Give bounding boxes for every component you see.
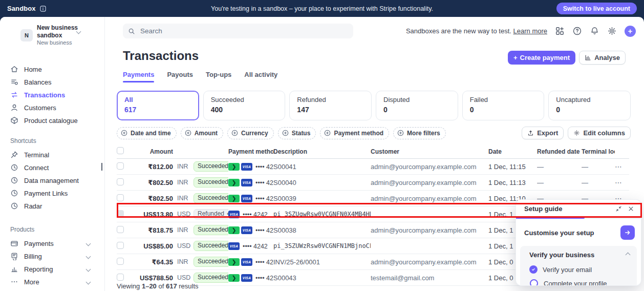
summary-card-disputed[interactable]: Disputed0 (376, 91, 458, 120)
sandbox-label: Sandbox (7, 5, 36, 12)
wallet-icon (10, 239, 18, 247)
search-input[interactable] (139, 27, 348, 35)
sidebar-item-connect[interactable]: Connect (0, 161, 104, 174)
tab-payouts[interactable]: Payouts (167, 71, 193, 82)
payment-method-cell: VISA•••• 4242 (228, 210, 273, 218)
summary-card-failed[interactable]: Failed0 (462, 91, 545, 120)
clock-icon (10, 202, 18, 210)
row-checkbox[interactable] (117, 274, 124, 281)
summary-card-all[interactable]: All617 (117, 91, 199, 120)
sidebar-item-payment-links[interactable]: Payment Links (0, 187, 104, 200)
verify-business-section: Verify your business Verify your emailCo… (520, 246, 637, 285)
row-checkbox[interactable] (117, 258, 124, 265)
select-all-checkbox[interactable] (117, 147, 124, 154)
sidebar-item-home[interactable]: Home (0, 63, 104, 76)
row-checkbox[interactable] (117, 178, 124, 185)
row-checkbox[interactable] (117, 226, 124, 233)
customers-icon (10, 103, 18, 112)
sidebar-item-terminal[interactable]: Terminal (0, 149, 104, 161)
gear-button[interactable] (607, 26, 617, 36)
sidebar-products: PaymentsBillingReportingMore (0, 237, 104, 288)
column-header-refunded-date[interactable]: Refunded date (537, 148, 582, 155)
status-badge: Succeeded✓ (194, 193, 228, 204)
row-checkbox[interactable] (117, 194, 124, 201)
payment-method-cell: ❯VISA•••• 4242 (228, 194, 273, 202)
sidebar-item-data-management[interactable]: Data management (0, 174, 104, 187)
filter-chip-status[interactable]: Status (278, 127, 316, 139)
customise-setup-button[interactable] (620, 225, 635, 240)
row-actions-button[interactable]: ⋯ (615, 162, 629, 171)
customer-cell: admin@yourcompany.example.com (371, 195, 488, 202)
create-payment-button[interactable]: +Create payment (508, 51, 575, 65)
close-icon[interactable] (628, 205, 634, 212)
setup-task-verify-your-email[interactable]: Verify your email (525, 261, 632, 275)
filter-chip-payment-method[interactable]: Payment method (320, 127, 389, 139)
search-bar[interactable] (123, 24, 353, 38)
filter-chip-amount[interactable]: Amount (181, 127, 223, 139)
link-payment-icon: ❯ (228, 163, 240, 171)
description-cell: pi_3SZUWzRsw0VCGNFN1MBjnoCF (273, 242, 371, 250)
learn-more-link[interactable]: Learn more (513, 27, 547, 35)
analyse-button[interactable]: Analyse (579, 51, 626, 65)
account-switcher[interactable]: N New business sandbox New business (0, 17, 104, 53)
column-header-date[interactable]: Date (488, 148, 537, 155)
clock-icon (10, 176, 18, 184)
column-header-customer[interactable]: Customer (371, 148, 488, 155)
summary-card-refunded[interactable]: Refunded147 (289, 91, 372, 120)
switch-to-live-button[interactable]: Switch to live account (556, 3, 637, 14)
sidebar-item-balances[interactable]: Balances (0, 76, 104, 89)
sidebar-item-payments[interactable]: Payments (0, 237, 104, 250)
column-header-terminal-location[interactable]: Terminal loca (582, 148, 615, 155)
setup-guide-popup: Setup guide Customise your setup Verify … (516, 200, 641, 285)
column-header-payment-method[interactable]: Payment method (228, 148, 273, 155)
row-checkbox[interactable] (117, 162, 124, 170)
table-row[interactable]: ₹802.50 INR Succeeded✓ ❯VISA•••• 4242 S0… (117, 175, 629, 191)
row-checkbox[interactable] (117, 242, 124, 249)
column-header-description[interactable]: Description (273, 148, 371, 155)
chevron-down-icon (86, 279, 91, 284)
setup-task-complete-your-profile[interactable]: Complete your profile (525, 275, 632, 285)
info-icon (39, 5, 47, 12)
row-actions-button[interactable]: ⋯ (615, 178, 629, 186)
apps-button[interactable] (555, 26, 565, 36)
filter-chip-currency[interactable]: Currency (227, 127, 274, 139)
filter-row: Date and timeAmountCurrencyStatusPayment… (117, 127, 631, 139)
summary-card-succeeded[interactable]: Succeeded400 (203, 91, 286, 120)
plus-circle-dashed-icon (282, 130, 289, 136)
plus-circle-dashed-icon (185, 130, 191, 136)
visa-icon: VISA (228, 242, 240, 250)
setup-guide-header: Setup guide (516, 200, 641, 217)
export-button[interactable]: Export (522, 127, 564, 139)
sidebar-item-customers[interactable]: Customers (0, 101, 104, 114)
verify-business-header[interactable]: Verify your business (525, 251, 632, 261)
edit-columns-button[interactable]: Edit columns (568, 127, 631, 139)
description-cell: S00041 (273, 163, 371, 171)
row-checkbox[interactable] (117, 210, 124, 217)
sidebar-item-transactions[interactable]: Transactions (0, 89, 104, 101)
filter-chip-date-and-time[interactable]: Date and time (117, 127, 177, 139)
column-header-amount[interactable]: Amount (131, 148, 173, 155)
summary-card-uncaptured[interactable]: Uncaptured0 (548, 91, 631, 120)
product-catalogue-icon (10, 116, 18, 124)
filter-chip-more-filters[interactable]: More filters (393, 127, 446, 139)
tab-top-ups[interactable]: Top-ups (206, 71, 231, 82)
payment-method-cell: ❯VISA•••• 4242 (228, 274, 273, 282)
table-row[interactable]: ₹812.00 INR Succeeded✓ ❯VISA•••• 4242 S0… (117, 159, 629, 175)
sidebar-item-more[interactable]: More (0, 276, 104, 288)
description-cell: INV/25-26/0001 (273, 258, 371, 266)
tab-payments[interactable]: Payments (123, 71, 154, 82)
help-button[interactable] (572, 26, 582, 36)
tab-all-activity[interactable]: All activity (244, 71, 277, 82)
sidebar-item-billing[interactable]: Billing (0, 250, 104, 263)
description-cell: S00038 (273, 226, 371, 234)
shortcuts-section-label: Shortcuts (0, 137, 104, 144)
plus-circle-dashed-icon (397, 130, 404, 136)
payment-method-cell: ❯VISA•••• 4242 (228, 258, 273, 266)
collapse-icon[interactable] (615, 205, 622, 212)
sidebar-item-radar[interactable]: Radar (0, 200, 104, 213)
plus-circle-dashed-icon (231, 130, 238, 136)
add-button[interactable]: + (625, 26, 636, 37)
sidebar-item-product-catalogue[interactable]: Product catalogue (0, 114, 104, 127)
sidebar-item-reporting[interactable]: Reporting (0, 263, 104, 276)
bell-button[interactable] (590, 26, 599, 36)
